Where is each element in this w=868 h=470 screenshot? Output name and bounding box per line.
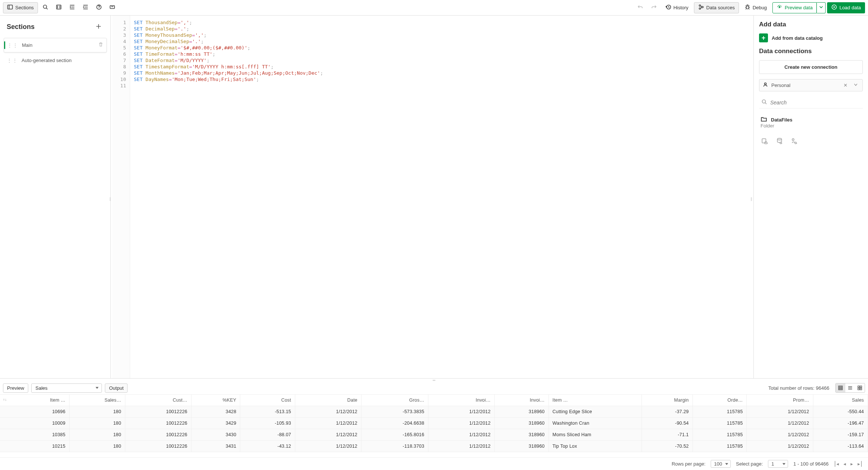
undo-icon bbox=[637, 4, 643, 11]
total-rows: Total number of rows: 96466 bbox=[768, 385, 829, 391]
column-header[interactable]: Item … bbox=[0, 395, 69, 406]
prev-page-button[interactable]: ◂ bbox=[843, 461, 846, 467]
connections-search-input[interactable] bbox=[770, 100, 861, 106]
column-header[interactable]: Cost bbox=[240, 395, 295, 406]
svg-rect-38 bbox=[860, 386, 862, 388]
column-header[interactable]: Item … bbox=[549, 395, 642, 406]
main-area: Sections ⋮⋮ Main ⋮⋮ Auto-generated secti… bbox=[0, 16, 868, 378]
svg-point-14 bbox=[99, 8, 99, 9]
load-data-button[interactable]: Load data bbox=[827, 2, 865, 13]
sidebar-resize-handle[interactable] bbox=[111, 16, 112, 378]
column-header[interactable]: Gros… bbox=[361, 395, 428, 406]
space-selector[interactable]: Personal ✕ bbox=[759, 79, 863, 91]
redo-button[interactable] bbox=[648, 2, 660, 13]
column-header[interactable]: Invoi… bbox=[428, 395, 494, 406]
table-selected-label: Sales bbox=[35, 385, 48, 391]
table-row[interactable]: 10696180100122263428-513.151/12/2012-573… bbox=[0, 406, 868, 418]
svg-point-20 bbox=[699, 8, 701, 9]
debug-label: Debug bbox=[753, 5, 767, 10]
svg-rect-15 bbox=[110, 6, 115, 9]
svg-point-21 bbox=[746, 6, 749, 9]
column-header[interactable]: Date bbox=[295, 395, 361, 406]
edit-connection-icon[interactable] bbox=[790, 137, 798, 145]
preview-data-dropdown[interactable] bbox=[817, 2, 826, 13]
select-data-icon[interactable] bbox=[761, 137, 769, 145]
chevron-down-icon[interactable] bbox=[852, 82, 859, 88]
preview-tab[interactable]: Preview bbox=[3, 383, 28, 393]
column-header[interactable]: Cust… bbox=[125, 395, 191, 406]
rightpanel-resize-handle[interactable] bbox=[752, 16, 753, 378]
column-header[interactable]: Margin bbox=[642, 395, 692, 406]
svg-point-2 bbox=[43, 5, 46, 9]
outdent-button[interactable] bbox=[80, 2, 91, 13]
insert-button[interactable] bbox=[106, 2, 118, 13]
table-cell: -204.6638 bbox=[361, 418, 428, 429]
column-header[interactable]: Prom… bbox=[747, 395, 813, 406]
help-button[interactable] bbox=[93, 2, 105, 13]
plus-icon bbox=[96, 23, 102, 30]
drag-handle-icon[interactable]: ⋮⋮ bbox=[7, 45, 18, 46]
table-cell: 1/12/2012 bbox=[428, 441, 494, 452]
script-editor[interactable]: 1234567891011 SET ThousandSep=',';SET De… bbox=[112, 16, 752, 378]
column-header[interactable]: Sales bbox=[813, 395, 868, 406]
rows-per-page-select[interactable]: 100 bbox=[711, 460, 731, 468]
comment-button[interactable] bbox=[53, 2, 65, 13]
search-button[interactable] bbox=[39, 2, 51, 13]
create-connection-button[interactable]: Create new connection bbox=[759, 60, 863, 74]
table-cell: Moms Sliced Ham bbox=[549, 429, 642, 441]
clear-space-button[interactable]: ✕ bbox=[842, 82, 849, 88]
section-item-main[interactable]: ⋮⋮ Main bbox=[4, 38, 107, 52]
delete-section-button[interactable] bbox=[98, 42, 103, 48]
svg-rect-39 bbox=[858, 388, 859, 390]
view-grid-icon[interactable] bbox=[855, 383, 865, 392]
preview-data-group: Preview data bbox=[772, 2, 826, 13]
history-button[interactable]: History bbox=[661, 2, 692, 13]
column-header[interactable]: %KEY bbox=[191, 395, 240, 406]
section-label: Auto-generated section bbox=[22, 58, 71, 63]
view-table-icon[interactable] bbox=[836, 383, 845, 392]
column-header[interactable]: Orde… bbox=[692, 395, 746, 406]
output-tab[interactable]: Output bbox=[105, 383, 128, 393]
section-item-autogen[interactable]: ⋮⋮ Auto-generated section bbox=[4, 54, 107, 67]
h-scrollbar[interactable] bbox=[0, 452, 868, 457]
table-row[interactable]: 10385180100122263430-88.071/12/2012-165.… bbox=[0, 429, 868, 441]
drag-handle-icon[interactable]: ⋮⋮ bbox=[7, 60, 18, 61]
table-cell: -43.12 bbox=[240, 441, 295, 452]
debug-button[interactable]: Debug bbox=[740, 2, 771, 13]
svg-point-19 bbox=[702, 6, 703, 8]
next-page-button[interactable]: ▸ bbox=[851, 461, 853, 467]
table-cell: 1/12/2012 bbox=[747, 441, 813, 452]
add-section-button[interactable] bbox=[93, 22, 104, 32]
table-row[interactable]: 10215180100122263431-43.121/12/2012-118.… bbox=[0, 441, 868, 452]
add-data-title: Add data bbox=[759, 21, 863, 28]
table-row[interactable]: 10009180100122263429-105.931/12/2012-204… bbox=[0, 418, 868, 429]
svg-rect-37 bbox=[858, 386, 859, 388]
add-from-catalog[interactable]: + Add from data catalog bbox=[759, 33, 863, 42]
last-page-button[interactable]: ▸⎮ bbox=[858, 461, 863, 467]
first-page-button[interactable]: ⎮◂ bbox=[834, 461, 839, 467]
insert-script-icon[interactable] bbox=[775, 137, 784, 145]
table-cell: 1/12/2012 bbox=[428, 429, 494, 441]
preview-resize-handle[interactable]: ═ bbox=[0, 379, 868, 382]
table-cell: 10696 bbox=[0, 406, 69, 418]
code-area[interactable]: SET ThousandSep=',';SET DecimalSep='.';S… bbox=[130, 16, 327, 378]
table-selector[interactable]: Sales bbox=[31, 383, 102, 393]
indent-button[interactable] bbox=[66, 2, 78, 13]
preview-table-wrap: Item …Sales…Cust…%KEYCostDateGros…Invoi…… bbox=[0, 394, 868, 452]
table-cell: -88.07 bbox=[240, 429, 295, 441]
table-cell: 10012226 bbox=[125, 441, 191, 452]
search-icon bbox=[761, 99, 767, 106]
view-list-icon[interactable] bbox=[845, 383, 855, 392]
undo-button[interactable] bbox=[634, 2, 646, 13]
table-cell: -165.8016 bbox=[361, 429, 428, 441]
preview-data-button[interactable]: Preview data bbox=[772, 2, 817, 13]
column-header[interactable]: Sales… bbox=[69, 395, 125, 406]
sections-panel-toggle[interactable]: Sections bbox=[3, 2, 38, 13]
table-cell: 180 bbox=[69, 406, 125, 418]
history-icon bbox=[665, 4, 671, 11]
column-header[interactable]: Invoi… bbox=[495, 395, 549, 406]
data-sources-button[interactable]: Data sources bbox=[694, 2, 739, 13]
svg-rect-4 bbox=[57, 5, 61, 9]
page-select[interactable]: 1 bbox=[768, 460, 788, 468]
table-cell: 3429 bbox=[191, 418, 240, 429]
